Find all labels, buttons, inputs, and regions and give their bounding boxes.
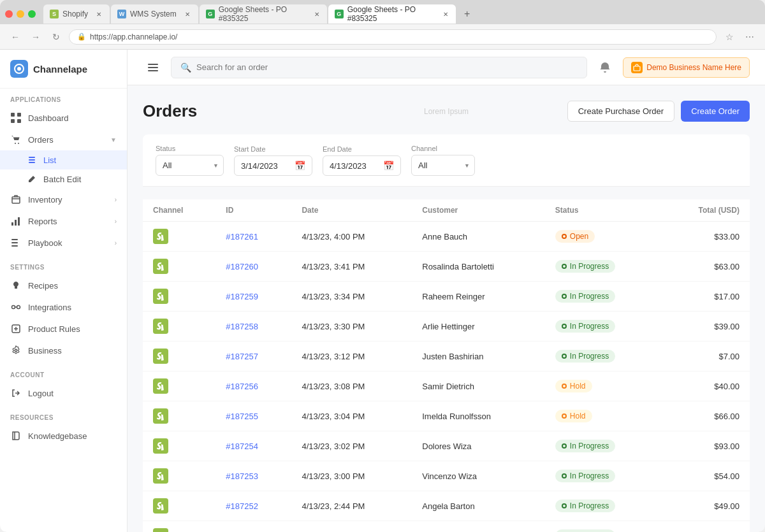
account-label: ACCOUNT (0, 371, 127, 382)
wms-tab-close[interactable]: ✕ (183, 10, 192, 18)
channel-select[interactable]: All Shopify WMS (411, 155, 475, 176)
start-date-calendar-icon: 📅 (295, 161, 305, 171)
cell-id[interactable]: #187261 (215, 222, 291, 252)
sidebar-item-product-rules[interactable]: Product Rules (0, 318, 127, 340)
table-header: Channel ID Date Customer Status Total (U… (143, 199, 750, 222)
lock-icon: 🔒 (77, 32, 86, 41)
sidebar-item-knowledgebase[interactable]: Knowledgebase (0, 425, 127, 447)
table-row[interactable]: #187252 4/13/23, 2:44 PM Angela Barton I… (143, 491, 750, 521)
cell-date: 4/13/23, 3:34 PM (291, 282, 412, 312)
table-row[interactable]: #187257 4/13/23, 3:12 PM Justen Bashiria… (143, 341, 750, 371)
cell-status: In Progress (545, 521, 661, 533)
cell-id[interactable]: #187252 (215, 491, 291, 521)
create-po-button[interactable]: Create Purchase Order (567, 101, 674, 122)
table-row[interactable]: #187259 4/13/23, 3:34 PM Raheem Reinger … (143, 282, 750, 312)
cell-id[interactable]: #187256 (215, 371, 291, 401)
search-input[interactable] (196, 62, 578, 72)
cell-date: 4/13/23, 3:04 PM (291, 401, 412, 431)
sidebar-item-orders[interactable]: Orders ▼ (0, 129, 127, 150)
table-row[interactable]: #187261 4/13/23, 4:00 PM Anne Bauch Open… (143, 222, 750, 252)
dashboard-label: Dashboard (28, 113, 69, 123)
table-row[interactable]: #187258 4/13/23, 3:30 PM Arlie Hettinger… (143, 312, 750, 341)
cell-id[interactable]: #187259 (215, 282, 291, 312)
sidebar-sub-item-batch-edit[interactable]: Batch Edit (0, 169, 127, 189)
sidebar-sub-item-list[interactable]: List (0, 150, 127, 169)
sidebar-item-playbook[interactable]: Playbook › (0, 232, 127, 254)
table-row[interactable]: #187253 4/13/23, 3:00 PM Vincenzo Wiza I… (143, 461, 750, 491)
sidebar-item-recipes[interactable]: Recipes (0, 275, 127, 296)
cell-id[interactable]: #187255 (215, 401, 291, 431)
browser-tab-wms[interactable]: W WMS System ✕ (111, 4, 198, 24)
cell-id[interactable]: #187253 (215, 461, 291, 491)
cell-id[interactable]: #187257 (215, 341, 291, 371)
start-date-field[interactable] (241, 161, 291, 171)
cell-channel (143, 371, 215, 401)
sidebar-section-account: ACCOUNT Logout (0, 364, 127, 406)
create-order-button[interactable]: Create Order (681, 101, 750, 122)
sheets2-tab-close[interactable]: ✕ (441, 10, 449, 18)
cell-total: $93.00 (661, 431, 750, 461)
browser-tab-shopify[interactable]: S Shopify ✕ (43, 4, 110, 24)
new-tab-button[interactable]: + (460, 6, 475, 22)
cell-id[interactable]: #187251 (215, 521, 291, 533)
shopify-tab-close[interactable]: ✕ (94, 10, 103, 18)
svg-rect-25 (148, 64, 158, 65)
svg-rect-15 (11, 239, 18, 240)
browser-tab-sheets1[interactable]: G Google Sheets - PO #835325 ✕ (200, 4, 327, 24)
sidebar-item-integrations[interactable]: Integrations (0, 296, 127, 318)
sidebar: Channelape APPLICATIONS Dashboard (0, 50, 127, 532)
book-icon (10, 430, 22, 442)
applications-label: APPLICATIONS (0, 96, 127, 107)
cell-total: $39.00 (661, 312, 750, 341)
traffic-light-red[interactable] (5, 10, 13, 18)
table-row[interactable]: #187256 4/13/23, 3:08 PM Samir Dietrich … (143, 371, 750, 401)
filters-bar: Status All Open In Progress Hold Cancele… (143, 134, 750, 187)
status-filter-label: Status (156, 145, 224, 152)
integrations-icon (10, 301, 22, 313)
table-row[interactable]: #187260 4/13/23, 3:41 PM Rosalinda Barto… (143, 252, 750, 282)
table-row[interactable]: #187255 4/13/23, 3:04 PM Imelda Runolfss… (143, 401, 750, 431)
end-date-input[interactable]: 📅 (323, 155, 401, 176)
cell-id[interactable]: #187260 (215, 252, 291, 282)
bookmark-button[interactable]: ☆ (722, 29, 737, 45)
logout-label: Logout (28, 389, 54, 398)
refresh-button[interactable]: ↻ (48, 29, 64, 45)
forward-button[interactable]: → (28, 29, 43, 45)
sidebar-item-reports[interactable]: Reports › (0, 210, 127, 232)
start-date-input[interactable]: 📅 (234, 155, 312, 176)
sidebar-item-logout[interactable]: Logout (0, 382, 127, 404)
traffic-light-green[interactable] (28, 10, 36, 18)
svg-rect-8 (29, 157, 35, 158)
table-row[interactable]: #187254 4/13/23, 3:02 PM Dolores Wiza In… (143, 431, 750, 461)
svg-point-1 (17, 67, 21, 71)
cell-customer: Imelda Runolfsson (412, 401, 545, 431)
more-button[interactable]: ⋯ (742, 29, 757, 45)
notification-button[interactable] (595, 57, 615, 78)
status-select[interactable]: All Open In Progress Hold Canceled (156, 155, 224, 176)
cell-date: 4/13/23, 3:41 PM (291, 252, 412, 282)
cell-id[interactable]: #187258 (215, 312, 291, 341)
traffic-light-yellow[interactable] (17, 10, 24, 18)
resources-label: RESOURCES (0, 414, 127, 425)
browser-tab-sheets2[interactable]: G Google Sheets - PO #835325 ✕ (328, 4, 456, 24)
sheets1-tab-label: Google Sheets - PO #835325 (219, 5, 307, 23)
back-button[interactable]: ← (8, 29, 23, 45)
sidebar-item-business[interactable]: Business (0, 340, 127, 361)
start-date-label: Start Date (234, 145, 312, 153)
gear-icon (10, 345, 22, 356)
status-badge: Hold (555, 380, 592, 392)
recipes-icon (10, 280, 22, 291)
status-badge: In Progress (555, 260, 615, 273)
sidebar-item-inventory[interactable]: Inventory › (0, 189, 127, 210)
table-row[interactable]: #187251 4/13/23, 2:39 PM Terrell Connell… (143, 521, 750, 533)
sheets1-tab-close[interactable]: ✕ (312, 10, 320, 18)
hamburger-button[interactable] (143, 57, 163, 78)
sidebar-item-dashboard[interactable]: Dashboard (0, 107, 127, 129)
end-date-field[interactable] (330, 161, 379, 171)
cell-customer: Raheem Reinger (412, 282, 545, 312)
url-bar[interactable]: 🔒 https://app.channelape.io/ (69, 29, 717, 45)
status-dot-icon (562, 443, 567, 449)
status-dot-icon (562, 234, 567, 239)
playbook-arrow-icon: › (115, 240, 117, 247)
cell-id[interactable]: #187254 (215, 431, 291, 461)
